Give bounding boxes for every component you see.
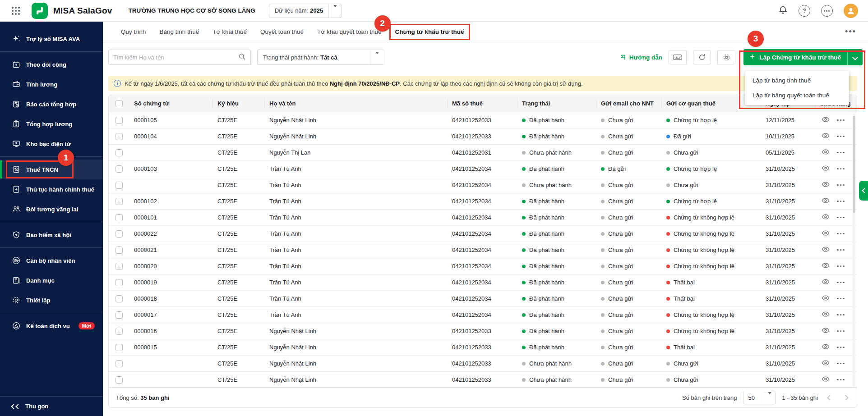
status-dot [601, 167, 605, 171]
row-more-icon[interactable] [837, 233, 845, 235]
view-eye-icon[interactable] [822, 245, 830, 255]
sidebar-item-tro-ly-so[interactable]: Trợ lý số MISA AVA [0, 29, 103, 49]
row-checkbox[interactable] [115, 295, 123, 302]
row-checkbox[interactable] [115, 328, 123, 335]
menu-item-lap-tu-bang-tinh-thue[interactable]: Lập từ bảng tính thuế [745, 73, 849, 88]
apps-grid-icon[interactable] [12, 7, 20, 15]
sidebar-item-thue-tncn[interactable]: Thuế TNCN 1 [0, 160, 103, 179]
guide-link[interactable]: Hướng dẫn [619, 54, 662, 61]
row-checkbox[interactable] [115, 214, 123, 221]
row-checkbox[interactable] [115, 247, 123, 254]
view-eye-icon[interactable] [822, 115, 830, 125]
expand-panel-tab[interactable] [859, 181, 868, 201]
view-eye-icon[interactable] [822, 359, 830, 368]
row-checkbox[interactable] [115, 311, 123, 319]
settings-gear-button[interactable] [717, 50, 735, 64]
help-icon[interactable]: ? [799, 5, 810, 17]
view-eye-icon[interactable] [822, 132, 830, 141]
view-eye-icon[interactable] [822, 343, 830, 352]
row-more-icon[interactable] [837, 217, 845, 219]
data-year-selector[interactable]: Dữ liệu năm: 2025 [269, 4, 342, 18]
notification-bell-icon[interactable] [778, 5, 788, 16]
row-more-icon[interactable] [837, 363, 845, 365]
row-checkbox[interactable] [115, 344, 123, 351]
sidebar-item-bao-hiem-xa-hoi[interactable]: Bảo hiểm xã hội [0, 225, 103, 245]
row-checkbox[interactable] [115, 263, 123, 270]
authority-status: Đã gửi [674, 133, 691, 140]
sidebar-item-thiet-lap[interactable]: Thiết lập [0, 290, 103, 310]
view-eye-icon[interactable] [822, 310, 830, 320]
search-input[interactable] [113, 54, 238, 61]
row-more-icon[interactable] [837, 184, 845, 186]
user-avatar[interactable] [844, 4, 858, 18]
row-more-icon[interactable] [837, 168, 845, 170]
sidebar-item-kho-bac-dien-tu[interactable]: Kho bạc điện tử [0, 134, 103, 154]
row-more-icon[interactable] [837, 249, 845, 251]
more-options-icon[interactable]: ••• [821, 5, 833, 17]
button-chevron-down-icon[interactable] [848, 54, 863, 61]
row-checkbox[interactable] [115, 165, 123, 173]
row-checkbox[interactable] [115, 376, 123, 384]
next-page-icon[interactable] [843, 395, 849, 401]
row-more-icon[interactable] [837, 298, 845, 300]
view-eye-icon[interactable] [822, 148, 830, 157]
view-eye-icon[interactable] [822, 164, 830, 174]
keyboard-shortcuts-button[interactable] [669, 50, 687, 64]
sidebar-item-bao-cao-tong-hop[interactable]: Báo cáo tổng hợp [0, 94, 103, 114]
prev-page-icon[interactable] [827, 395, 833, 401]
search-icon[interactable] [238, 53, 246, 62]
row-more-icon[interactable] [837, 152, 845, 154]
row-more-icon[interactable] [837, 282, 845, 283]
status-dot [601, 362, 605, 366]
row-more-icon[interactable] [837, 265, 845, 267]
view-eye-icon[interactable] [822, 261, 830, 271]
tab-to-khai-thue[interactable]: Tờ khai thuế [212, 22, 247, 42]
create-document-button[interactable]: + Lập Chứng từ khấu trừ thuế [743, 49, 863, 65]
plus-icon: + [743, 52, 759, 63]
sidebar-item-thu-tuc-hanh-chinh-thue[interactable]: Thủ tục hành chính thuế [0, 179, 103, 199]
tab-chung-tu-khau-tru-thue[interactable]: Chứng từ khấu trừ thuế 2 [395, 22, 464, 42]
sidebar-item-can-bo-nhan-vien[interactable]: Cán bộ nhân viên [0, 251, 103, 270]
sidebar-item-ke-toan-dich-vu[interactable]: Kế toán dịch vụ Mới [0, 316, 103, 336]
view-eye-icon[interactable] [822, 326, 830, 336]
row-checkbox[interactable] [115, 149, 123, 156]
row-checkbox[interactable] [115, 117, 123, 124]
tab-overflow-icon[interactable]: ••• [845, 27, 856, 37]
sidebar-item-doi-tuong-vang-lai[interactable]: Đối tượng vãng lai [0, 199, 103, 219]
tab-quy-trinh[interactable]: Quy trình [121, 22, 146, 42]
row-checkbox[interactable] [115, 230, 123, 238]
row-more-icon[interactable] [837, 347, 845, 348]
sidebar-item-theo-doi-cong[interactable]: Theo dõi công [0, 55, 103, 74]
per-page-select[interactable]: 50 [743, 391, 776, 404]
sidebar-item-danh-muc[interactable]: Danh mục [0, 270, 103, 290]
refresh-button[interactable] [693, 50, 711, 64]
select-all-checkbox[interactable] [115, 100, 123, 107]
row-more-icon[interactable] [837, 330, 845, 332]
row-more-icon[interactable] [837, 379, 845, 381]
row-checkbox[interactable] [115, 182, 123, 189]
view-eye-icon[interactable] [822, 375, 830, 384]
view-eye-icon[interactable] [822, 229, 830, 238]
view-eye-icon[interactable] [822, 197, 830, 206]
row-more-icon[interactable] [837, 136, 845, 137]
tab-quyet-toan-thue[interactable]: Quyết toán thuế [260, 22, 304, 42]
view-eye-icon[interactable] [822, 294, 830, 303]
sidebar-item-tong-hop-luong[interactable]: Tổng hợp lương [0, 114, 103, 134]
view-eye-icon[interactable] [822, 213, 830, 222]
row-more-icon[interactable] [837, 314, 845, 316]
row-checkbox[interactable] [115, 279, 123, 286]
row-more-icon[interactable] [837, 201, 845, 202]
row-checkbox[interactable] [115, 133, 123, 140]
sidebar-collapse-button[interactable]: Thu gọn [0, 396, 103, 416]
tab-to-khai-quyet-toan-thue[interactable]: Tờ khai quyết toán thuế [317, 22, 381, 42]
sidebar-item-tinh-luong[interactable]: Tính lương [0, 74, 103, 94]
row-checkbox[interactable] [115, 198, 123, 205]
tab-bang-tinh-thue[interactable]: Bảng tính thuế [160, 22, 199, 42]
table-scrollbar[interactable] [853, 114, 855, 388]
menu-item-lap-tu-bang-quyet-toan-thue[interactable]: Lập từ bảng quyết toán thuế [745, 88, 849, 103]
row-more-icon[interactable] [837, 119, 845, 121]
status-filter-dropdown[interactable]: Trạng thái phát hành: Tất cả [257, 50, 384, 65]
row-checkbox[interactable] [115, 360, 123, 367]
view-eye-icon[interactable] [822, 278, 830, 287]
view-eye-icon[interactable] [822, 180, 830, 190]
